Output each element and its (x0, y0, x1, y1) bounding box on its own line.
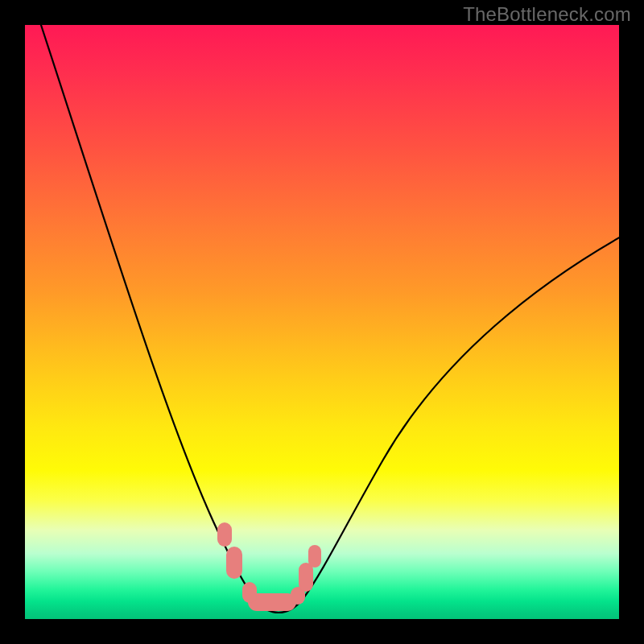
watermark-text: TheBottleneck.com (463, 3, 631, 26)
marker-floor-capL (242, 582, 257, 603)
curve-path (39, 25, 619, 613)
marker-right-lower (299, 563, 313, 592)
marker-left-lower (226, 547, 242, 579)
app-frame: TheBottleneck.com (0, 0, 644, 644)
bottleneck-curve (25, 25, 619, 619)
marker-right-upper (308, 545, 321, 568)
chart-plot-area (25, 25, 619, 619)
highlight-markers (217, 522, 321, 611)
marker-left-upper (217, 522, 232, 547)
